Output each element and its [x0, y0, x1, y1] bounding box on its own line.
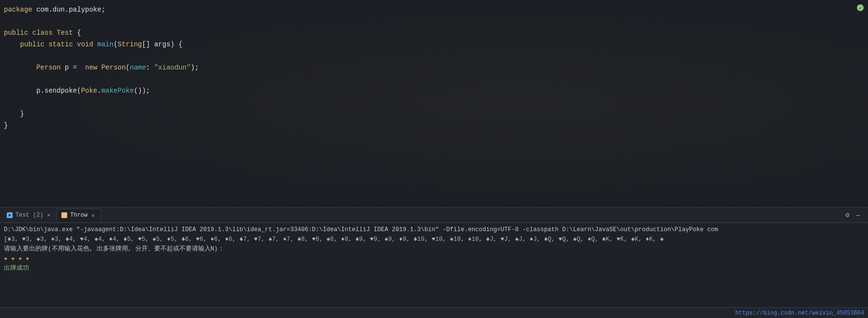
tab-throw-label: Throw [70, 212, 87, 219]
top-right-close-button[interactable]: ✓ [856, 4, 864, 12]
code-line-4: public static void main(String[] args) { [0, 39, 464, 50]
line-content-9 [0, 97, 8, 108]
line-content-8: p.sendpoke(Poke.makePoke()); [0, 85, 150, 96]
console-prompt-line: 请输入要出的牌(不用输入花色, 出多张牌用, 分开、要不起或不要请输入N)： [4, 244, 864, 254]
console-cmd-line: D:\JDK\bin\java.exe "-javaagent:D:\Idea\… [4, 225, 864, 235]
tab-actions: ⚙ — [843, 210, 866, 220]
line-content-1: package com.dun.palypoke; [0, 4, 105, 15]
status-bar: https://blog.csdn.net/weixin_45053664 [0, 307, 868, 318]
console-success-line: 出牌成功 [4, 263, 864, 273]
tab-test2[interactable]: Test (2) ✕ [2, 208, 56, 222]
code-line-2 [0, 15, 464, 27]
line-content-7 [0, 74, 8, 84]
console-output: D:\JDK\bin\java.exe "-javaagent:D:\Idea\… [0, 223, 868, 307]
tab-throw[interactable]: Throw ✕ [56, 208, 101, 222]
run-icon [7, 212, 13, 218]
line-content-11: } [0, 120, 8, 131]
code-line-6: Person p = new Person(name: "xiaodun"); [0, 62, 464, 73]
console-stars-line: ★ ★ ★ ★ [4, 254, 864, 263]
file-icon [61, 212, 67, 218]
line-content-4: public static void main(String[] args) { [0, 39, 183, 50]
tab-bar: Test (2) ✕ Throw ✕ ⚙ — [0, 207, 868, 223]
settings-icon[interactable]: ⚙ [843, 210, 851, 220]
tab-test2-close[interactable]: ✕ [46, 211, 52, 219]
tab-throw-close[interactable]: ✕ [90, 212, 96, 219]
tab-test2-label: Test (2) [15, 212, 43, 219]
code-line-8: p.sendpoke(Poke.makePoke()); [0, 85, 464, 97]
code-line-9 [0, 97, 464, 108]
code-line-3: public class Test { [0, 27, 464, 39]
code-line-5 [0, 50, 464, 62]
bottom-panel: Test (2) ✕ Throw ✕ ⚙ — D:\JDK\bin\java.e… [0, 207, 868, 318]
svg-text:✓: ✓ [859, 6, 862, 11]
minimize-icon[interactable]: — [854, 210, 862, 220]
code-line-1: package com.dun.palypoke; [0, 4, 464, 15]
line-content-2 [0, 16, 8, 27]
line-content-3: public class Test { [0, 28, 81, 38]
status-link[interactable]: https://blog.csdn.net/weixin_45053664 [736, 310, 864, 317]
svg-marker-2 [9, 214, 11, 217]
line-content-5 [0, 51, 8, 61]
line-content-6: Person p = new Person(name: "xiaodun"); [0, 62, 199, 73]
line-content-10: } [0, 109, 24, 119]
code-line-7 [0, 73, 464, 85]
console-cards-line: [♣3, ♥3, ♠3, ♦3, ♣4, ♥4, ♠4, ♦4, ♣5, ♥5,… [4, 235, 864, 244]
code-line-11: } [0, 120, 464, 131]
code-line-10: } [0, 108, 464, 120]
code-editor: package com.dun.palypoke; public class T… [0, 0, 464, 207]
